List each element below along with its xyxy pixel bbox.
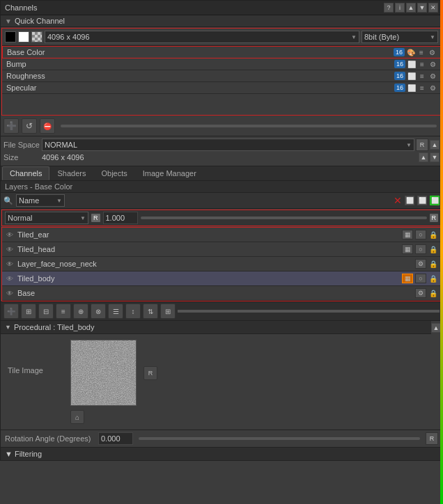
rotation-value-input[interactable]	[98, 432, 133, 445]
toolbar-slider[interactable]	[61, 125, 437, 127]
bump-badge: 16	[394, 60, 405, 68]
layer-btn10[interactable]: ⊞	[160, 304, 176, 319]
eye-icon-4[interactable]: 👁	[5, 274, 15, 283]
layer-add-btn[interactable]: ➕	[3, 304, 19, 319]
swatch-black[interactable]	[5, 31, 16, 42]
layer-btn6[interactable]: ⊗	[91, 304, 106, 319]
opacity-r-badge[interactable]: R	[430, 214, 439, 222]
blend-row: Normal ▼ R R	[1, 210, 442, 226]
tiled-body-lock-icon[interactable]: 🔒	[428, 274, 438, 283]
procedural-header: ▼ Procedural : Tiled_body	[1, 321, 431, 334]
down-icon[interactable]: ▼	[417, 3, 427, 13]
swatch-checker[interactable]	[31, 31, 42, 42]
roughness-menu-icon[interactable]: ≡	[418, 72, 426, 80]
bump-options-icon[interactable]: ⚙	[428, 60, 437, 68]
layers-icon3-active[interactable]: ⬜	[430, 196, 440, 205]
add-button[interactable]: ➕	[3, 118, 19, 134]
base-lock-icon[interactable]: 🔒	[428, 288, 438, 298]
opacity-input[interactable]	[103, 212, 138, 224]
tiled-body-tex-icon-active[interactable]: ▦	[402, 274, 413, 283]
layer-btn9[interactable]: ⇅	[143, 304, 158, 319]
swatch-white[interactable]	[18, 31, 29, 42]
tiled-head-circle-icon[interactable]: ○	[415, 244, 426, 254]
bump-color-icon[interactable]: ⬜	[407, 60, 416, 68]
bump-menu-icon[interactable]: ≡	[418, 60, 426, 68]
rotation-slider[interactable]	[139, 437, 420, 440]
size-dropdown[interactable]: 4096 x 4096 ▼	[45, 31, 359, 43]
options-icon[interactable]: ⚙	[428, 48, 436, 56]
rotation-r-btn[interactable]: R	[426, 432, 438, 445]
layer-row-face[interactable]: 👁 Layer_face_nose_neck ⚙ 🔒	[2, 257, 441, 271]
tab-objects[interactable]: Objects	[93, 166, 134, 180]
quick-channel-row: ▼ Quick Channel	[1, 15, 442, 27]
face-lock-icon[interactable]: 🔒	[428, 259, 438, 269]
base-color-row[interactable]: Base Color 16 🎨 ≡ ⚙	[2, 46, 441, 58]
blend-mode-dropdown[interactable]: Normal ▼	[5, 212, 88, 224]
proc-right-r-btn[interactable]: R	[143, 366, 157, 380]
roughness-color-icon[interactable]: ⬜	[407, 72, 416, 80]
layer-row-tiled-body[interactable]: 👁 Tiled_body ▦ ○ 🔒	[2, 271, 441, 286]
size-up-icon[interactable]: ▲	[419, 152, 428, 162]
base-gear-icon[interactable]: ⚙	[415, 288, 426, 298]
proc-thumb-btn1[interactable]: ⌂	[70, 410, 84, 424]
tiled-body-circle-icon[interactable]: ○	[415, 274, 426, 283]
up-icon[interactable]: ▲	[406, 3, 416, 13]
eye-icon[interactable]: 👁	[5, 230, 15, 239]
refresh-button[interactable]: ↺	[22, 118, 37, 134]
roughness-options-icon[interactable]: ⚙	[428, 72, 437, 80]
reset-button[interactable]: ⛔	[40, 118, 55, 134]
tab-channels[interactable]: Channels	[2, 166, 49, 180]
base-color-badge: 16	[394, 48, 405, 56]
clear-search-icon[interactable]: ✕	[394, 196, 402, 205]
bit-depth-dropdown[interactable]: 8bit (Byte) ▼	[362, 31, 438, 43]
layer-row-base[interactable]: 👁 Base ⚙ 🔒	[2, 286, 441, 301]
file-space-dropdown[interactable]: NORMAL ▼	[42, 139, 414, 151]
info-icon[interactable]: i	[395, 3, 405, 13]
specular-row[interactable]: Specular 16 ⬜ ≡ ⚙	[2, 82, 441, 94]
file-space-arrow-icon: ▼	[406, 142, 412, 148]
layer-btn7[interactable]: ☰	[108, 304, 123, 319]
blend-r-badge[interactable]: R	[91, 214, 100, 222]
file-space-r-btn[interactable]: R	[416, 139, 428, 151]
layer-btn3[interactable]: ⊟	[38, 304, 54, 319]
opacity-slider[interactable]	[141, 216, 427, 219]
tiled-head-lock-icon[interactable]: 🔒	[428, 244, 438, 254]
layers-header: Layers - Base Color	[1, 181, 442, 193]
specular-menu-icon[interactable]: ≡	[418, 84, 426, 92]
tab-shaders[interactable]: Shaders	[49, 166, 93, 180]
layer-row-tiled-ear[interactable]: 👁 Tiled_ear ▦ ○ 🔒	[2, 228, 441, 242]
layer-name-tiled-head: Tiled_head	[17, 245, 399, 253]
eye-icon-2[interactable]: 👁	[5, 245, 15, 253]
specular-options-icon[interactable]: ⚙	[428, 84, 437, 92]
bottom-toolbar-slider[interactable]	[178, 310, 440, 313]
bump-row[interactable]: Bump 16 ⬜ ≡ ⚙	[2, 58, 441, 70]
layer-btn5[interactable]: ⊕	[73, 304, 88, 319]
layers-icon2[interactable]: ⬜	[417, 196, 427, 205]
color-wheel-icon[interactable]: 🎨	[407, 48, 415, 56]
tiled-ear-tex-icon[interactable]: ▦	[402, 230, 413, 239]
layer-row-tiled-head[interactable]: 👁 Tiled_head ▦ ○ 🔒	[2, 242, 441, 257]
roughness-row[interactable]: Roughness 16 ⬜ ≡ ⚙	[2, 70, 441, 82]
title-bar-icons: ? i ▲ ▼ ✕	[384, 3, 438, 13]
layers-icon1[interactable]: ⬜	[405, 196, 414, 205]
close-icon[interactable]: ✕	[428, 3, 438, 13]
tab-image-manager[interactable]: Image Manager	[135, 166, 204, 180]
tiled-head-tex-icon[interactable]: ▦	[402, 244, 413, 254]
size-down-icon[interactable]: ▼	[430, 152, 440, 162]
eye-icon-3[interactable]: 👁	[5, 260, 15, 268]
proc-scroll-btn[interactable]: ▲	[431, 323, 441, 333]
specular-color-icon[interactable]: ⬜	[407, 84, 416, 92]
help-icon[interactable]: ?	[384, 3, 394, 13]
file-space-scroll-icon[interactable]: ▲	[430, 140, 440, 150]
layer-filter-dropdown[interactable]: Name ▼	[16, 194, 65, 207]
menu-icon[interactable]: ≡	[417, 48, 426, 56]
layer-btn4[interactable]: ≡	[56, 304, 71, 319]
layer-btn2[interactable]: ⊞	[21, 304, 36, 319]
face-gear-icon[interactable]: ⚙	[415, 259, 426, 269]
tiled-ear-circle-icon[interactable]: ○	[415, 230, 426, 239]
eye-icon-5[interactable]: 👁	[5, 289, 15, 297]
base-color-label: Base Color	[7, 48, 45, 56]
filtering-row: ▼ Filtering	[1, 447, 442, 460]
layer-btn8[interactable]: ↕	[125, 304, 141, 319]
tiled-ear-lock-icon[interactable]: 🔒	[428, 230, 438, 239]
